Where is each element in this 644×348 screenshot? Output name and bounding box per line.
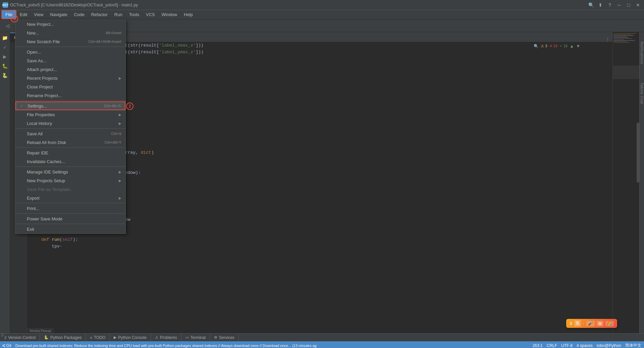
titlebar-controls: 🔍 ⬆ ? ─ □ ✕ <box>588 2 641 8</box>
maximize-button[interactable]: □ <box>625 2 632 8</box>
sidebar-icon-debug[interactable]: 🐛 <box>1 62 9 70</box>
inspection-toggle[interactable]: 🔍 <box>534 44 539 49</box>
status-line-sep[interactable]: CRLF <box>547 343 557 348</box>
right-sidebar: Notifications Tabine Chat <box>639 32 644 333</box>
bottom-tab-problems-label: Problems <box>160 335 177 340</box>
bottom-tab-services-label: Services <box>219 335 234 340</box>
menu-manage-ide[interactable]: Manage IDE Settings ▶ <box>15 167 125 176</box>
search-button[interactable]: 🔍 <box>588 2 594 8</box>
bottom-panel: ⑆ Version Control 🐍 Python Packages ≡ TO… <box>0 333 644 341</box>
nav-down[interactable]: ▼ <box>576 44 580 49</box>
sidebar-tabine-label[interactable]: Tabine Chat <box>640 80 644 107</box>
menu-new-project[interactable]: New Project... <box>15 20 125 28</box>
update-button[interactable]: ⬆ <box>597 2 604 8</box>
status-position[interactable]: 263:1 <box>533 343 543 348</box>
tab-options[interactable]: ⋮ <box>603 37 612 42</box>
menu-new-projects-setup[interactable]: New Projects Setup ▶ <box>15 176 125 185</box>
menu-item-view[interactable]: View <box>31 11 47 18</box>
im-mic-btn[interactable]: 🎤 <box>586 321 595 326</box>
menu-invalidate-caches[interactable]: Invalidate Caches... <box>15 157 125 166</box>
menu-save-as[interactable]: Save As... <box>15 56 125 65</box>
bottom-tab-terminal[interactable]: ▭ Terminal <box>181 334 210 342</box>
bottom-tab-todo[interactable]: ≡ TODO <box>86 334 110 342</box>
menu-item-tools[interactable]: Tools <box>126 11 143 18</box>
bottom-tab-version-control[interactable]: ⑆ Version Control <box>0 334 40 342</box>
menu-item-vcs[interactable]: VCS <box>143 11 158 18</box>
status-encoding[interactable]: UTF-8 <box>561 343 573 348</box>
sidebar-icon-python[interactable]: 🐍 <box>1 71 9 80</box>
menu-settings[interactable]: ✓Settings... Ctrl+Alt+S 2 <box>15 101 125 110</box>
sidebar-icon-run[interactable]: ▶ <box>1 52 9 61</box>
menu-item-run[interactable]: Run <box>111 11 126 18</box>
problems-icon: ⚠ <box>155 335 158 340</box>
annotation-1: 1 <box>11 15 18 22</box>
menu-rename-project[interactable]: Rename Project... <box>15 91 125 100</box>
menu-attach-project[interactable]: Attach project... <box>15 65 125 74</box>
python-packages-icon: 🐍 <box>44 335 49 340</box>
nav-up[interactable]: ▲ <box>570 44 574 49</box>
menu-repair-ide[interactable]: Repair IDE <box>15 148 125 157</box>
app-icon: OCT <box>3 2 8 8</box>
menu-close-project[interactable]: Close Project <box>15 82 125 91</box>
help-button[interactable]: ? <box>606 2 613 8</box>
sidebar-icons: 📁 ✓ ▶ 🐛 🐍 <box>0 32 10 333</box>
menu-local-history[interactable]: Local History ▶ <box>15 119 125 128</box>
menu-save-all[interactable]: Save All Ctrl+S <box>15 129 125 138</box>
scrollbar-thumb[interactable] <box>637 123 639 183</box>
structure-label[interactable]: Structure <box>0 340 4 341</box>
menu-settings-label: Settings... <box>28 103 47 109</box>
im-grid-btn[interactable]: ⊞ <box>597 321 603 326</box>
menu-exit[interactable]: Exit <box>15 225 125 233</box>
menu-item-window[interactable]: Window <box>158 11 180 18</box>
im-chinese-label: S <box>570 321 573 326</box>
menu-item-help[interactable]: Help <box>180 11 196 18</box>
left-bottom-labels: Bookmarks Structure <box>0 334 5 341</box>
menu-new-scratch[interactable]: New Scratch File Ctrl+Alt+Shift+Insert <box>15 37 125 46</box>
menu-new[interactable]: New... Alt+Insert <box>15 28 125 37</box>
error-badge: ✕ 19 <box>549 44 557 48</box>
menu-print[interactable]: Print... <box>15 204 125 213</box>
menu-export[interactable]: Export ▶ <box>15 194 125 202</box>
status-bar: ⑆ Git Download pre-built shared indexes:… <box>0 341 644 348</box>
todo-icon: ≡ <box>90 336 92 340</box>
status-interpreter[interactable]: tobn@Python <box>597 343 621 348</box>
im-lang[interactable]: 英 <box>574 320 581 327</box>
sidebar-notifications-label[interactable]: Notifications <box>640 39 644 67</box>
ok-badge: ✓ 16 <box>559 44 568 48</box>
menu-power-save-label: Power Save Mode <box>27 216 62 221</box>
separator-8 <box>15 224 125 224</box>
menu-file-properties-label: File Properties <box>27 112 55 117</box>
menu-item-refactor[interactable]: Refactor <box>88 11 111 18</box>
close-button[interactable]: ✕ <box>635 2 641 8</box>
minimap-area <box>612 32 639 333</box>
status-git[interactable]: ⑆ Git <box>3 343 11 348</box>
menu-power-save[interactable]: Power Save Mode <box>15 214 125 223</box>
status-indent[interactable]: 4 spaces <box>577 343 593 348</box>
minimize-button[interactable]: ─ <box>616 2 623 8</box>
toolbar-back-btn[interactable]: ◁ <box>3 21 12 30</box>
menu-save-all-label: Save All <box>27 131 43 136</box>
sidebar-icon-project[interactable]: 📁 <box>1 33 9 42</box>
bookmarks-label[interactable]: Bookmarks <box>0 333 4 338</box>
menu-item-code[interactable]: Code <box>71 11 88 18</box>
input-method-widget[interactable]: S 英 · 🎤 ⊞ 🌈 <box>566 319 617 328</box>
bottom-tab-services[interactable]: ⚙ Services <box>210 334 239 342</box>
terminal-icon: ▭ <box>185 335 189 340</box>
bottom-tab-problems[interactable]: ⚠ Problems <box>151 334 181 342</box>
status-locale[interactable]: 简体中文 <box>625 343 641 348</box>
menu-item-edit[interactable]: Edit <box>16 11 31 18</box>
menu-file-properties[interactable]: File Properties ▶ <box>15 110 125 119</box>
menu-item-navigate[interactable]: Navigate <box>47 11 70 18</box>
menu-open[interactable]: Open... <box>15 48 125 56</box>
menu-export-label: Export <box>27 196 40 201</box>
menu-new-label: New... <box>27 30 39 36</box>
menu-reload-all[interactable]: Reload All from Disk Ctrl+Alt+Y <box>15 138 125 147</box>
im-color-btn[interactable]: 🌈 <box>605 321 614 326</box>
bottom-tab-python-packages[interactable]: 🐍 Python Packages <box>40 334 86 342</box>
menu-recent-projects[interactable]: Recent Projects ▶ <box>15 74 125 82</box>
status-right: 263:1 CRLF UTF-8 4 spaces tobn@Python 简体… <box>533 343 641 348</box>
menu-recent-projects-label: Recent Projects <box>27 76 58 81</box>
bottom-tab-python-console[interactable]: ▶ Python Console <box>110 334 151 342</box>
class-label: WorkerThread <box>27 328 54 333</box>
sidebar-icon-commit[interactable]: ✓ <box>1 43 9 52</box>
